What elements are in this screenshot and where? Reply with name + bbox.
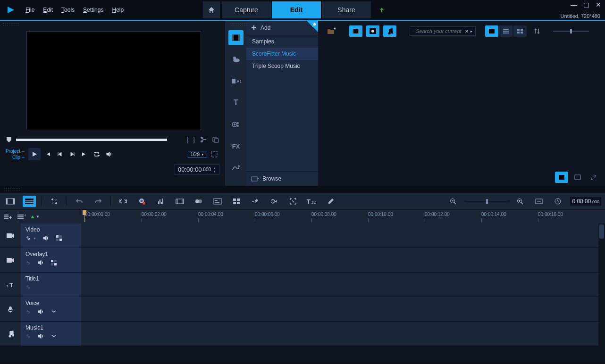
filter-video-button[interactable] bbox=[349, 25, 362, 37]
search-clear-icon[interactable]: ✕ bbox=[465, 29, 469, 34]
sort-button[interactable] bbox=[530, 25, 544, 37]
ruler-ticks[interactable]: 00:00:00.00 00:00:02.00 00:00:04.00 00:0… bbox=[81, 210, 605, 223]
tracking-button[interactable] bbox=[268, 196, 281, 207]
track-add-button[interactable] bbox=[4, 214, 12, 220]
lib-tool-2[interactable] bbox=[571, 172, 584, 183]
track-type-icon[interactable] bbox=[0, 223, 21, 248]
browse-button[interactable]: Browse bbox=[246, 171, 318, 186]
split-clip-button[interactable] bbox=[200, 136, 207, 143]
redo-button[interactable] bbox=[92, 196, 105, 207]
maximize-button[interactable]: ▢ bbox=[582, 1, 590, 8]
track-type-icon[interactable] bbox=[0, 248, 21, 272]
next-frame-button[interactable] bbox=[67, 149, 77, 159]
lib-title-button[interactable]: T bbox=[228, 95, 244, 110]
thumbnail-zoom-slider[interactable] bbox=[553, 28, 589, 34]
fit-project-button[interactable] bbox=[532, 196, 546, 207]
mute-icon[interactable] bbox=[38, 309, 44, 314]
panel-grip-icon[interactable]: :::::::: bbox=[0, 21, 225, 27]
pan-zoom-button[interactable] bbox=[286, 196, 300, 207]
go-start-button[interactable] bbox=[42, 149, 53, 159]
search-input[interactable] bbox=[416, 28, 463, 34]
track-content[interactable] bbox=[81, 297, 605, 321]
lib-media-button[interactable] bbox=[228, 30, 244, 45]
lib-fx-button[interactable]: FX bbox=[228, 139, 244, 154]
mute-icon[interactable] bbox=[38, 260, 44, 265]
category-scorefitter[interactable]: ScoreFitter Music bbox=[246, 48, 318, 60]
filter-photo-button[interactable] bbox=[366, 25, 379, 37]
link-icon[interactable] bbox=[25, 235, 31, 241]
preview-viewport[interactable] bbox=[26, 31, 201, 130]
zoom-out-button[interactable] bbox=[446, 196, 460, 207]
marker-menu-button[interactable]: ▼ bbox=[30, 215, 40, 219]
paint-button[interactable] bbox=[324, 196, 337, 207]
subtitle-button[interactable] bbox=[211, 196, 224, 207]
project-duration-button[interactable] bbox=[551, 196, 564, 207]
lib-path-button[interactable] bbox=[228, 160, 244, 175]
tools-button[interactable] bbox=[48, 196, 61, 207]
zoom-in-button[interactable] bbox=[513, 196, 527, 207]
track-type-icon[interactable] bbox=[0, 297, 21, 321]
track-type-icon[interactable]: ₁T bbox=[0, 273, 21, 297]
mark-out-button[interactable]: ] bbox=[193, 136, 195, 143]
preview-timecode[interactable]: 00:00:00.000 ▲▼ bbox=[175, 164, 219, 175]
fx-icon[interactable] bbox=[56, 235, 62, 241]
go-end-button[interactable] bbox=[79, 149, 90, 159]
chapters-button[interactable] bbox=[230, 196, 243, 207]
track-content[interactable] bbox=[81, 248, 605, 272]
volume-button[interactable] bbox=[104, 149, 114, 159]
track-manager-button[interactable]: + bbox=[17, 214, 25, 220]
link-icon[interactable] bbox=[25, 260, 31, 265]
timeline-timecode[interactable]: 0:00:00.000 bbox=[570, 197, 601, 206]
chevron-down-icon[interactable] bbox=[51, 334, 57, 338]
menu-help[interactable]: Help bbox=[112, 7, 124, 13]
play-button[interactable] bbox=[28, 148, 41, 160]
track-label-area[interactable]: Voice bbox=[21, 297, 81, 321]
menu-tools[interactable]: Tools bbox=[61, 7, 75, 13]
view-list-button[interactable] bbox=[499, 25, 513, 37]
audio-mixer-button[interactable] bbox=[154, 196, 168, 207]
filter-audio-button[interactable] bbox=[383, 25, 396, 37]
search-box[interactable]: ✕ ▸ bbox=[410, 26, 476, 36]
link-icon[interactable] bbox=[25, 309, 31, 314]
menu-edit[interactable]: Edit bbox=[43, 7, 53, 13]
category-triplescoop[interactable]: Triple Scoop Music bbox=[246, 60, 318, 72]
project-clip-toggle[interactable]: Project– Clip– bbox=[6, 149, 25, 160]
fx-icon[interactable] bbox=[51, 260, 57, 265]
tab-capture[interactable]: Capture bbox=[222, 1, 271, 18]
track-content[interactable] bbox=[81, 322, 605, 346]
auto-music-button[interactable] bbox=[173, 196, 186, 207]
timeline-zoom-slider[interactable] bbox=[465, 198, 508, 205]
snapshot-button[interactable] bbox=[212, 136, 219, 143]
add-category-button[interactable]: Add bbox=[246, 21, 318, 35]
tracks-scrollbar[interactable] bbox=[598, 223, 605, 363]
repeat-button[interactable] bbox=[92, 149, 102, 159]
import-button[interactable]: + bbox=[325, 25, 338, 37]
link-icon[interactable] bbox=[25, 333, 31, 339]
link-icon[interactable] bbox=[25, 284, 31, 290]
track-label-area[interactable]: Title1 bbox=[21, 273, 81, 297]
tab-share[interactable]: Share bbox=[322, 1, 371, 18]
3d-title-button[interactable]: T3D bbox=[305, 196, 319, 207]
scrubber-marker-icon[interactable] bbox=[6, 136, 12, 143]
mark-in-button[interactable]: [ bbox=[186, 136, 188, 143]
upload-button[interactable] bbox=[375, 3, 389, 17]
mute-icon[interactable] bbox=[38, 333, 44, 339]
track-label-area[interactable]: Overlay1 bbox=[21, 248, 81, 272]
record-button[interactable] bbox=[135, 196, 149, 207]
lib-tool-1[interactable] bbox=[555, 172, 568, 183]
view-thumbnails-button[interactable] bbox=[485, 25, 498, 37]
minimize-button[interactable]: — bbox=[570, 1, 578, 8]
track-content[interactable] bbox=[81, 273, 605, 297]
scrubber-bar[interactable] bbox=[16, 139, 167, 141]
chevron-down-icon[interactable] bbox=[51, 310, 57, 314]
view-grid-button[interactable] bbox=[513, 25, 527, 37]
close-button[interactable]: ✕ bbox=[595, 1, 602, 8]
timeline-view-button[interactable] bbox=[23, 196, 36, 207]
pin-icon[interactable] bbox=[307, 21, 318, 32]
track-type-icon[interactable] bbox=[0, 322, 21, 346]
lib-graphic-button[interactable] bbox=[228, 117, 244, 132]
prev-frame-button[interactable] bbox=[55, 149, 65, 159]
tab-edit[interactable]: Edit bbox=[272, 1, 321, 18]
track-label-area[interactable]: Music1 bbox=[21, 322, 81, 346]
track-content[interactable] bbox=[81, 223, 605, 248]
